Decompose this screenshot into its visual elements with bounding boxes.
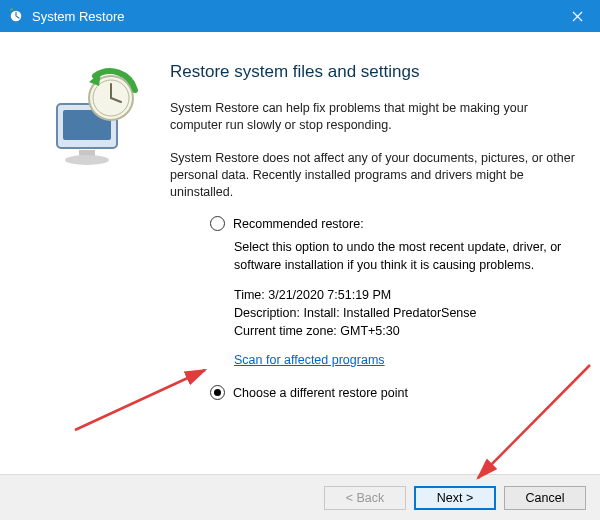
back-button: < Back <box>324 486 406 510</box>
radio-different[interactable] <box>210 385 225 400</box>
radio-recommended-row[interactable]: Recommended restore: <box>210 216 576 231</box>
tz-value: GMT+5:30 <box>340 324 399 338</box>
time-label: Time: <box>234 288 268 302</box>
page-heading: Restore system files and settings <box>170 62 576 82</box>
desc-label: Description: <box>234 306 303 320</box>
radio-recommended-label: Recommended restore: <box>233 217 364 231</box>
intro-paragraph-2: System Restore does not affect any of yo… <box>170 150 576 201</box>
scan-affected-link[interactable]: Scan for affected programs <box>234 353 385 367</box>
main-column: Restore system files and settings System… <box>164 52 576 474</box>
titlebar: System Restore <box>0 0 600 32</box>
time-value: 3/21/2020 7:51:19 PM <box>268 288 391 302</box>
desc-value: Install: Installed PredatorSense <box>303 306 476 320</box>
restore-illustration-icon <box>39 62 149 172</box>
footer-bar: < Back Next > Cancel <box>0 474 600 520</box>
content-area: Restore system files and settings System… <box>0 32 600 474</box>
scan-link-row: Scan for affected programs <box>170 352 576 367</box>
system-restore-icon <box>8 8 24 24</box>
restore-timezone: Current time zone: GMT+5:30 <box>170 324 576 338</box>
restore-description: Description: Install: Installed Predator… <box>170 306 576 320</box>
tz-label: Current time zone: <box>234 324 340 338</box>
radio-different-label: Choose a different restore point <box>233 386 408 400</box>
close-button[interactable] <box>554 0 600 32</box>
svg-point-4 <box>65 155 109 165</box>
illustration-column <box>24 52 164 474</box>
radio-recommended[interactable] <box>210 216 225 231</box>
restore-time: Time: 3/21/2020 7:51:19 PM <box>170 288 576 302</box>
radio-different-row[interactable]: Choose a different restore point <box>210 385 576 400</box>
next-button[interactable]: Next > <box>414 486 496 510</box>
close-icon <box>572 11 583 22</box>
option-recommended: Recommended restore: <box>170 216 576 231</box>
cancel-button[interactable]: Cancel <box>504 486 586 510</box>
intro-paragraph-1: System Restore can help fix problems tha… <box>170 100 576 134</box>
window-title: System Restore <box>32 9 554 24</box>
recommended-description: Select this option to undo the most rece… <box>170 239 576 274</box>
option-different: Choose a different restore point <box>170 385 576 400</box>
